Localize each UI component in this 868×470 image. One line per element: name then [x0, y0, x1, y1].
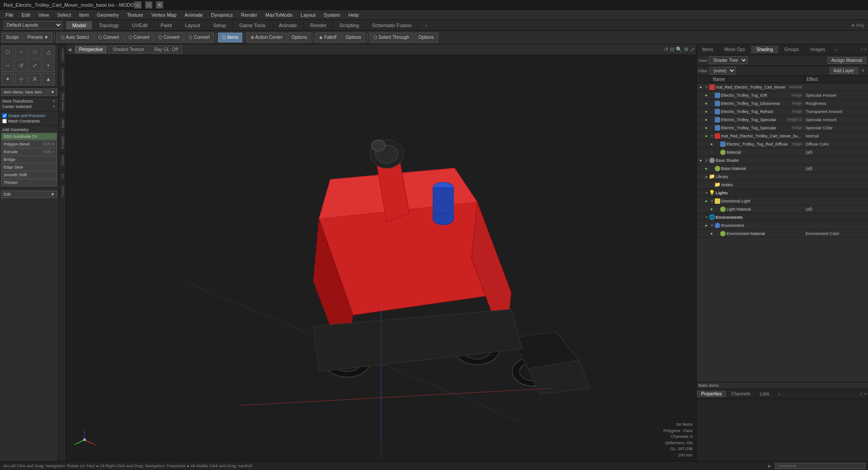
side-label-fusion[interactable]: Fusion — [59, 182, 66, 201]
bottom-right-more[interactable]: ≡ — [863, 390, 868, 397]
shader-item-environments-group[interactable]: ○ ▼ 🌐 Environments — [697, 213, 868, 221]
bottom-right-plus[interactable]: + — [774, 390, 784, 398]
select-through-button[interactable]: ⬡ Select Through — [369, 33, 413, 42]
right-expand-btn[interactable]: ⤢ — [860, 47, 863, 52]
bottom-right-expand[interactable]: ⤢ — [858, 390, 863, 397]
eye-icon-12[interactable]: ○ — [703, 182, 709, 188]
menu-layout[interactable]: Layout — [297, 11, 319, 19]
menu-vertexmap[interactable]: Vertex Map — [148, 11, 180, 19]
close-button[interactable]: ✕ — [156, 1, 163, 9]
menu-animate[interactable]: Animate — [181, 11, 206, 19]
viewport-ctrl-expand[interactable]: ⤢ — [690, 47, 694, 52]
convert-button-2[interactable]: ⬡ Convert — [124, 33, 154, 42]
shader-item-base-material[interactable]: ● Base Material (all) — [697, 164, 868, 173]
shader-item-light-material[interactable]: ● Light Material (all) — [697, 205, 868, 213]
add-layer-button[interactable]: Add Layer — [830, 67, 859, 74]
tab-setup[interactable]: Setup — [207, 21, 233, 29]
tool-icon-4[interactable]: △ — [42, 46, 55, 58]
tool-icon-10[interactable]: ⊹ — [15, 73, 28, 85]
view-select[interactable]: Shader Tree — [709, 56, 748, 64]
smooth-shift-button[interactable]: Smooth Shift — [1, 171, 57, 179]
menu-view[interactable]: View — [35, 11, 53, 19]
minimize-button[interactable]: — — [134, 1, 142, 9]
right-tab-images[interactable]: Images — [805, 46, 831, 53]
assign-material-button[interactable]: Assign Material — [827, 57, 866, 64]
filter-select[interactable]: (none) — [709, 67, 736, 75]
menu-file[interactable]: File — [2, 11, 17, 19]
shader-item-gloss[interactable]: ● Electric_Trolley_Tug_Glossiness Image … — [697, 99, 868, 108]
shader-item-dir-light[interactable]: ● ▼ Directional Light — [697, 197, 868, 205]
options-button-2[interactable]: Options — [341, 33, 365, 42]
lists-tab[interactable]: Lists — [755, 390, 774, 397]
expand-17[interactable]: ▼ — [709, 222, 715, 229]
shader-item-ior[interactable]: ● Electric_Trolley_Tug_IOR Image Specula… — [697, 91, 868, 99]
options-button-3[interactable]: Options — [414, 33, 438, 42]
falloff-button[interactable]: ◈ Falloff — [315, 33, 340, 42]
shader-item-library[interactable]: ○ ▶ 📁 Library — [697, 173, 868, 181]
convert-button-4[interactable]: ⬡ Convert — [184, 33, 214, 42]
expand-18[interactable] — [715, 230, 720, 237]
viewport-tab-shaded[interactable]: Shaded Texture — [108, 46, 148, 53]
expand-6[interactable]: ▼ — [709, 133, 715, 139]
tab-render[interactable]: Render — [304, 21, 333, 29]
side-label-curve[interactable]: Curve — [59, 152, 66, 169]
right-more-btn[interactable]: ≡ — [864, 47, 867, 52]
menu-select[interactable]: Select — [53, 11, 75, 19]
right-tab-groups[interactable]: Groups — [779, 46, 805, 53]
menu-texture[interactable]: Texture — [123, 11, 147, 19]
eye-icon-0[interactable]: ● — [698, 84, 704, 90]
tool-icon-11[interactable]: A — [28, 73, 41, 85]
item-menu-dropdown[interactable]: ▼ — [48, 89, 57, 96]
eye-icon-6[interactable]: ● — [703, 133, 709, 139]
tab-paint[interactable]: Paint — [154, 21, 179, 29]
side-label-deformers[interactable]: Deformers — [59, 65, 66, 89]
tool-icon-2[interactable]: ○ — [15, 46, 28, 58]
sds-subdivide-button[interactable]: SDS Subdivide 2X — [1, 133, 57, 140]
expand-15[interactable] — [715, 206, 720, 212]
shader-item-material[interactable]: ○ Material (all) — [697, 148, 868, 156]
bake-items-button[interactable]: Bake Items — [697, 382, 868, 389]
snaps-precision-input[interactable] — [2, 113, 7, 118]
menu-edit[interactable]: Edit — [18, 11, 34, 19]
expand-3[interactable] — [709, 108, 715, 115]
tool-icon-9[interactable]: ✦ — [1, 73, 14, 85]
expand-2[interactable] — [709, 100, 715, 107]
tab-uvedit[interactable]: UVEdit — [126, 21, 154, 29]
shader-item-environment[interactable]: ● ▼ Environment — [697, 221, 868, 230]
mesh-constraints-checkbox[interactable]: Mesh Constraints — [1, 118, 57, 124]
options-button-1[interactable]: Options — [288, 33, 311, 42]
eye-icon-4[interactable]: ● — [703, 117, 709, 123]
eye-icon-2[interactable]: ● — [703, 100, 709, 107]
snaps-precision-checkbox[interactable]: Snaps and Precision — [1, 113, 57, 118]
menu-item[interactable]: Item — [75, 11, 92, 19]
viewport-ctrl-search[interactable]: 🔍 — [676, 47, 682, 52]
polygon-bevel-button[interactable]: Polygon Bevel Shift-B — [1, 141, 57, 148]
side-label-uv[interactable]: UV — [59, 169, 66, 182]
expand-9[interactable]: ▼ — [704, 157, 709, 164]
menu-render[interactable]: Render — [237, 11, 261, 19]
eye-icon-18[interactable]: ● — [708, 230, 715, 237]
filter-dropdown[interactable]: ▼ — [860, 68, 866, 73]
menu-dynamics[interactable]: Dynamics — [208, 11, 236, 19]
tab-plus[interactable]: + — [418, 21, 434, 29]
eye-icon-10[interactable]: ● — [703, 165, 709, 172]
eye-icon-3[interactable]: ● — [703, 108, 709, 115]
right-tab-shading[interactable]: Shading — [751, 46, 779, 53]
add-geometry-toggle[interactable]: Add Geometry — [1, 127, 57, 132]
viewport-nav-back[interactable]: ◀ — [68, 47, 71, 52]
menu-help[interactable]: Help — [345, 11, 363, 19]
side-label-polygon[interactable]: Polygon — [59, 132, 66, 152]
tab-layout[interactable]: Layout — [179, 21, 207, 29]
expand-7[interactable] — [715, 141, 720, 147]
side-label-uniform[interactable]: Uniform — [59, 44, 66, 65]
eye-icon-1[interactable]: ● — [703, 92, 709, 99]
shader-item-diffuse[interactable]: ● Electric_Trolley_Tug_Red_Diffuse Image… — [697, 140, 868, 148]
eye-icon-17[interactable]: ● — [703, 222, 709, 229]
extrude-button[interactable]: Extrude Shift-X — [1, 148, 57, 155]
viewport-ctrl-reset[interactable]: ↺ — [664, 47, 668, 52]
eye-icon-16[interactable]: ○ — [698, 214, 704, 221]
auto-select-button[interactable]: ⬡ Auto Select — [57, 33, 93, 42]
convert-button-3[interactable]: ⬡ Convert — [154, 33, 184, 42]
expand-10[interactable] — [709, 165, 715, 172]
eye-icon-13[interactable]: ○ — [698, 190, 704, 196]
